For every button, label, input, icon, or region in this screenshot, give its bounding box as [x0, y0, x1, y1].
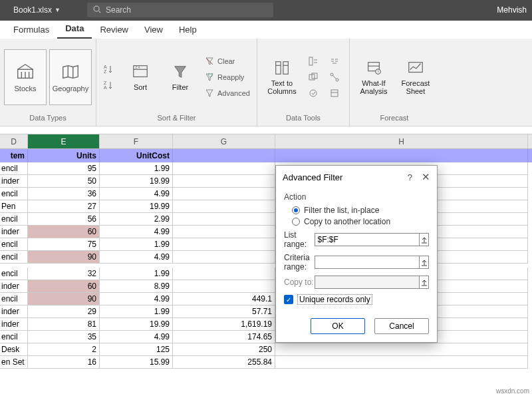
cell-unitcost[interactable]: 1.99 [100, 268, 173, 280]
cell-g[interactable]: 250 [173, 343, 275, 356]
data-model-button[interactable] [327, 86, 345, 100]
table-row[interactable]: Pen2719.99 [0, 200, 532, 213]
cell-g[interactable] [173, 238, 275, 251]
cell-units[interactable]: 32 [28, 268, 100, 280]
cell-units[interactable]: 90 [28, 293, 100, 305]
table-row[interactable]: en Set1615.99255.84 [0, 356, 532, 369]
tab-data[interactable]: Data [57, 19, 92, 39]
cell-item[interactable]: encil [0, 238, 28, 251]
cell-units[interactable]: 16 [28, 356, 100, 369]
header-units[interactable]: Units [28, 149, 100, 162]
cell-unitcost[interactable]: 4.99 [100, 331, 173, 343]
text-to-columns-button[interactable]: Text to Columns [261, 49, 303, 105]
stocks-button[interactable]: Stocks [4, 49, 47, 105]
what-if-button[interactable]: ? What-If Analysis [354, 49, 394, 105]
cell-g[interactable] [173, 268, 275, 280]
dialog-close-icon[interactable]: ✕ [422, 171, 430, 183]
consolidate-button[interactable] [327, 54, 345, 69]
reapply-button[interactable]: Reapply [201, 70, 253, 85]
col-g[interactable]: G [173, 134, 275, 148]
geography-button[interactable]: Geography [49, 49, 92, 105]
cell-item[interactable]: Desk [0, 343, 28, 356]
cell-item[interactable]: encil [0, 293, 28, 305]
cell-item[interactable]: inder [0, 175, 28, 188]
cell-units[interactable]: 60 [28, 226, 100, 238]
table-row[interactable]: encil951.99 [0, 162, 532, 175]
header-g[interactable] [173, 149, 275, 162]
cell-unitcost[interactable]: 4.99 [100, 188, 173, 200]
cell-units[interactable]: 50 [28, 175, 100, 188]
radio-filter-in-place[interactable]: Filter the list, in-place [292, 206, 429, 215]
header-h[interactable] [275, 149, 528, 162]
cell-item[interactable]: encil [0, 162, 28, 175]
table-row[interactable]: encil904.99 [0, 251, 532, 264]
radio-copy-location[interactable]: Copy to another location [292, 217, 429, 226]
cell-item[interactable]: inder [0, 318, 28, 331]
advanced-button[interactable]: Advanced [201, 86, 253, 100]
cell-unitcost[interactable]: 4.99 [100, 293, 173, 305]
cell-unitcost[interactable]: 125 [100, 343, 173, 356]
cell-g[interactable] [173, 175, 275, 188]
table-row[interactable]: encil364.99 [0, 188, 532, 200]
criteria-range-input[interactable] [315, 256, 420, 269]
cell-units[interactable]: 56 [28, 213, 100, 226]
sort-asc-button[interactable]: AZ [100, 62, 119, 77]
cell-unitcost[interactable]: 4.99 [100, 226, 173, 238]
cell-h[interactable] [275, 356, 528, 369]
cell-item[interactable]: encil [0, 251, 28, 264]
table-row[interactable]: encil321.99 [0, 268, 532, 280]
filename-dropdown-icon[interactable]: ▼ [55, 7, 61, 13]
col-h[interactable]: H [275, 134, 528, 148]
criteria-range-picker-icon[interactable] [420, 256, 429, 269]
table-row[interactable]: encil562.99 [0, 213, 532, 226]
tab-formulas[interactable]: Formulas [5, 21, 57, 39]
table-row[interactable]: encil751.99 [0, 238, 532, 251]
cell-units[interactable]: 81 [28, 318, 100, 331]
col-d[interactable]: D [0, 134, 28, 148]
table-row[interactable]: inder608.99 [0, 280, 532, 293]
cell-units[interactable]: 95 [28, 162, 100, 175]
list-range-input[interactable] [315, 233, 420, 246]
header-item[interactable]: tem [0, 149, 28, 162]
ok-button[interactable]: OK [311, 318, 365, 334]
cell-units[interactable]: 27 [28, 200, 100, 213]
sort-desc-button[interactable]: ZA [100, 78, 119, 93]
cell-g[interactable] [173, 226, 275, 238]
cell-g[interactable] [173, 162, 275, 175]
cell-item[interactable]: inder [0, 280, 28, 293]
cell-item[interactable]: Pen [0, 200, 28, 213]
worksheet-grid[interactable]: D E F G H tem Units UnitCost encil951.99… [0, 134, 532, 369]
cell-unitcost[interactable]: 8.99 [100, 280, 173, 293]
cell-unitcost[interactable]: 1.99 [100, 305, 173, 318]
cell-unitcost[interactable]: 19.99 [100, 200, 173, 213]
col-f[interactable]: F [100, 134, 173, 148]
cell-item[interactable]: encil [0, 331, 28, 343]
cancel-button[interactable]: Cancel [374, 318, 429, 334]
cell-g[interactable] [173, 213, 275, 226]
cell-unitcost[interactable]: 4.99 [100, 251, 173, 264]
tab-review[interactable]: Review [92, 21, 136, 39]
table-row[interactable]: inder291.9957.71 [0, 305, 532, 318]
cell-item[interactable]: encil [0, 188, 28, 200]
forecast-sheet-button[interactable]: Forecast Sheet [396, 49, 435, 105]
cell-units[interactable]: 75 [28, 238, 100, 251]
col-e[interactable]: E [28, 134, 100, 148]
tab-view[interactable]: View [136, 21, 171, 39]
cell-item[interactable]: en Set [0, 356, 28, 369]
cell-h[interactable] [275, 343, 528, 356]
cell-item[interactable]: encil [0, 268, 28, 280]
cell-g[interactable] [173, 188, 275, 200]
list-range-picker-icon[interactable] [420, 233, 429, 246]
table-row[interactable]: Desk2125250 [0, 343, 532, 356]
cell-g[interactable] [173, 251, 275, 264]
sort-button[interactable]: Z A Sort [122, 49, 159, 105]
user-name[interactable]: Mehvish [497, 5, 527, 15]
cell-g[interactable]: 255.84 [173, 356, 275, 369]
data-validation-button[interactable] [305, 86, 324, 100]
column-headers[interactable]: D E F G H [0, 134, 532, 149]
cell-units[interactable]: 90 [28, 251, 100, 264]
cell-unitcost[interactable]: 1.99 [100, 238, 173, 251]
table-row[interactable]: encil904.99449.1 [0, 293, 532, 305]
table-header-row[interactable]: tem Units UnitCost [0, 149, 532, 162]
cell-units[interactable]: 29 [28, 305, 100, 318]
